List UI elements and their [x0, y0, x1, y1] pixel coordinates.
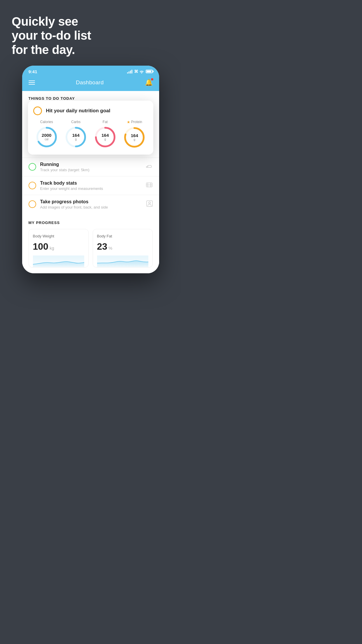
hero-title: Quickly see your to-do list for the day.	[12, 15, 169, 57]
card-title-row: Hit your daily nutrition goal	[33, 106, 148, 115]
nutrition-carbs: Carbs 164 g	[64, 120, 87, 148]
running-circle	[29, 163, 36, 171]
running-sub: Track your stats (target: 5km)	[40, 168, 142, 172]
photos-sub: Add images of your front, back, and side	[40, 205, 142, 209]
svg-point-10	[149, 202, 150, 204]
body-weight-card[interactable]: Body Weight 100 kg	[29, 229, 89, 267]
body-weight-unit: kg	[50, 246, 54, 251]
nutrition-calories: Calories 2000 cal	[35, 120, 58, 148]
photos-info: Take progress photos Add images of your …	[40, 199, 142, 209]
body-fat-title: Body Fat	[97, 234, 148, 238]
signal-icon	[127, 69, 132, 74]
phone-screen: 9:41 ⌘	[22, 66, 159, 273]
running-shoe-icon	[146, 164, 153, 170]
progress-cards: Body Weight 100 kg	[29, 229, 153, 273]
body-stats-sub: Enter your weight and measurements	[40, 186, 142, 191]
task-running[interactable]: Running Track your stats (target: 5km)	[22, 158, 159, 176]
task-progress-photos[interactable]: Take progress photos Add images of your …	[22, 195, 159, 214]
battery-icon	[146, 70, 153, 73]
hamburger-menu[interactable]	[29, 80, 35, 85]
clock: 9:41	[29, 69, 37, 74]
card-title: Hit your daily nutrition goal	[46, 108, 110, 114]
running-name: Running	[40, 162, 142, 167]
scale-icon	[146, 182, 153, 189]
nav-title: Dashboard	[76, 79, 104, 86]
nutrition-card: Hit your daily nutrition goal Calories	[28, 101, 153, 155]
status-bar: 9:41 ⌘	[22, 66, 159, 76]
notification-bell[interactable]: 🔔	[145, 79, 153, 86]
card-circle-icon	[33, 106, 42, 115]
progress-section: MY PROGRESS Body Weight 100 kg	[22, 214, 159, 273]
notification-dot	[151, 78, 153, 80]
task-body-stats[interactable]: Track body stats Enter your weight and m…	[22, 176, 159, 195]
phone-mockup: 9:41 ⌘	[0, 66, 181, 273]
nutrition-protein: ★ Protein 164 g	[123, 120, 146, 149]
body-weight-value: 100	[33, 241, 48, 252]
nutrition-circles: Calories 2000 cal	[33, 120, 148, 149]
person-icon	[146, 200, 153, 208]
body-stats-info: Track body stats Enter your weight and m…	[40, 181, 142, 191]
carbs-donut: 164 g	[64, 126, 87, 148]
fat-donut: 164 g	[94, 126, 117, 148]
body-weight-value-row: 100 kg	[33, 241, 84, 252]
progress-title: MY PROGRESS	[29, 220, 153, 225]
hero-section: Quickly see your to-do list for the day.	[0, 15, 181, 66]
body-stats-circle	[29, 182, 36, 189]
nutrition-fat: Fat 164 g	[94, 120, 117, 148]
photos-name: Take progress photos	[40, 199, 142, 204]
app-content: THINGS TO DO TODAY Hit your daily nutrit…	[22, 91, 159, 273]
calories-label: Calories	[40, 120, 53, 124]
body-stats-name: Track body stats	[40, 181, 142, 186]
body-fat-unit: %	[108, 246, 112, 251]
body-weight-title: Body Weight	[33, 234, 84, 238]
body-fat-value: 23	[97, 241, 108, 252]
body-weight-chart	[33, 256, 84, 267]
fat-label: Fat	[103, 120, 108, 124]
carbs-label: Carbs	[71, 120, 80, 124]
protein-donut: 164 g	[123, 126, 146, 149]
status-icons: ⌘	[127, 69, 153, 74]
task-list: Running Track your stats (target: 5km)	[22, 158, 159, 214]
protein-star-icon: ★	[127, 120, 130, 124]
running-info: Running Track your stats (target: 5km)	[40, 162, 142, 172]
protein-label: ★ Protein	[127, 120, 142, 124]
body-fat-chart	[97, 256, 148, 267]
calories-donut: 2000 cal	[35, 126, 58, 148]
wifi-icon: ⌘	[134, 69, 144, 74]
nav-bar: Dashboard 🔔	[22, 76, 159, 91]
body-fat-value-row: 23 %	[97, 241, 148, 252]
page-background: Quickly see your to-do list for the day.…	[0, 0, 181, 322]
photos-circle	[29, 200, 36, 208]
body-fat-card[interactable]: Body Fat 23 %	[93, 229, 153, 267]
